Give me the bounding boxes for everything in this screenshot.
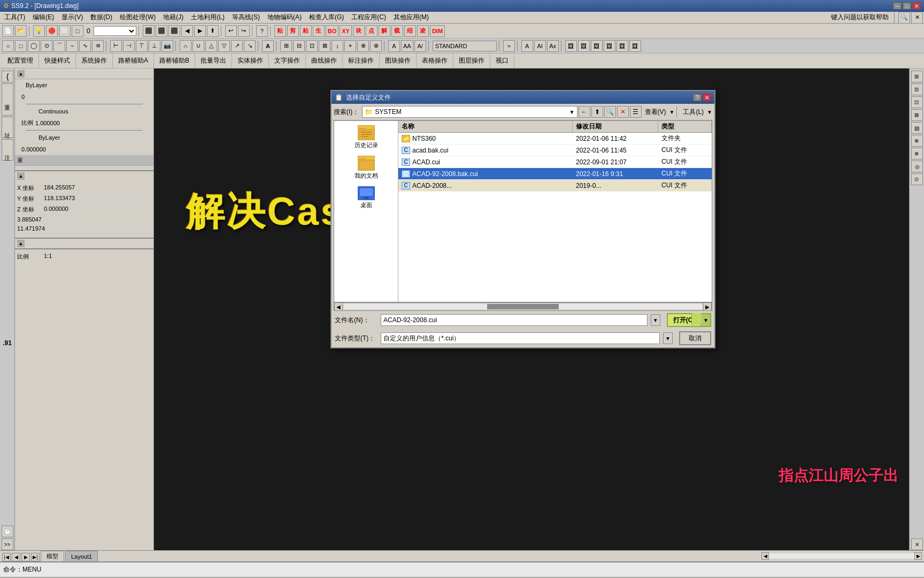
dlg-menu-button[interactable]: ☰ [630, 106, 642, 118]
tb2-11[interactable]: ⊤ [136, 40, 148, 52]
cass-block[interactable]: 图块操作 [380, 54, 417, 68]
tb2-img4[interactable]: 🖼 [604, 40, 615, 52]
file-row-acad-bak[interactable]: Cacad.bak.cui 2022-01-06 11:45 CUI 文件 [398, 144, 712, 156]
tb2-16[interactable]: △ [205, 40, 217, 52]
cass-style[interactable]: 快捷样式 [39, 54, 76, 68]
tb-btn2[interactable]: 🔴 [46, 25, 58, 37]
tb2-A[interactable]: A [262, 40, 274, 52]
tb2-19[interactable]: ↘ [244, 40, 256, 52]
hscroll2-right[interactable]: ▶ [914, 552, 922, 560]
tb2-img2[interactable]: 🖼 [578, 40, 590, 52]
col-date[interactable]: 修改日期 [573, 121, 658, 132]
tb-ch1[interactable]: 粘 [274, 25, 286, 37]
search-button[interactable]: 🔍 [898, 12, 910, 24]
tb2-m8[interactable]: ⊗ [370, 40, 382, 52]
right-btn-5[interactable]: ▤ [911, 122, 923, 134]
tb2-13[interactable]: 📷 [161, 40, 173, 52]
hscroll-track[interactable] [344, 304, 702, 309]
tb-btn9[interactable]: ▶ [194, 25, 206, 37]
tb2-17[interactable]: ▽ [218, 40, 230, 52]
tb-ch4[interactable]: 生 [313, 25, 325, 37]
tb2-9[interactable]: ⊢ [110, 40, 122, 52]
strip-btn-3[interactable]: 注 [2, 139, 13, 161]
right-btn-6[interactable]: ⊕ [911, 135, 923, 147]
tb2-m3[interactable]: ⊡ [306, 40, 318, 52]
close-button[interactable]: ✕ [912, 2, 921, 10]
minimize-button[interactable]: ─ [893, 2, 902, 10]
strip-btn-2[interactable]: 址 [2, 117, 13, 138]
right-btn-8[interactable]: ◎ [911, 161, 923, 172]
menu-item-check[interactable]: 检查入库(G) [306, 12, 347, 23]
tb2-img6[interactable]: 🖼 [629, 40, 641, 52]
cass-layer[interactable]: 图层操作 [453, 54, 490, 68]
strip-btn-1[interactable]: 重 [2, 83, 13, 116]
panel-collapse-btn3[interactable]: ▲ [17, 240, 25, 247]
menu-item-cadastral[interactable]: 地籍(J) [160, 12, 187, 23]
tb-btn6[interactable]: ⬛ [156, 25, 167, 37]
right-btn-1[interactable]: ⊞ [911, 71, 923, 82]
filetype-arrow[interactable]: ▼ [663, 332, 673, 344]
right-btn-7[interactable]: ⊗ [911, 148, 923, 159]
dialog-help-button[interactable]: ? [693, 94, 702, 101]
tb-btn7[interactable]: ⬛ [168, 25, 180, 37]
tb2-A3[interactable]: AA [401, 40, 413, 52]
tb2-2[interactable]: □ [15, 40, 27, 52]
menu-item-edit[interactable]: 编辑(E) [29, 12, 57, 23]
menu-item-view[interactable]: 显示(V) [58, 12, 86, 23]
canvas-area[interactable]: 解决Cass无法双击编辑文字 指点江山周公子出 📋 选择自定义文件 ? ✕ 搜索… [154, 69, 909, 550]
search-combo-arrow[interactable]: ▼ [569, 109, 575, 115]
tb-combo1[interactable] [94, 26, 136, 36]
menu-item-contour[interactable]: 等高线(S) [229, 12, 263, 23]
tb-btn5[interactable]: ⬛ [143, 25, 155, 37]
tb-help[interactable]: ? [256, 25, 268, 37]
right-btn-3[interactable]: ⊡ [911, 96, 923, 108]
tb2-8[interactable]: ≋ [92, 40, 104, 52]
tools-arrow[interactable]: ▼ [707, 109, 712, 115]
tb-btn3[interactable]: ⬜ [59, 25, 71, 37]
cass-annotate[interactable]: 标注操作 [343, 54, 380, 68]
tb2-Ai[interactable]: AI [534, 40, 546, 52]
menu-item-tools[interactable]: 工具(T) [1, 12, 28, 23]
tb2-img1[interactable]: 🖼 [565, 40, 577, 52]
tb-ch6[interactable]: XY [340, 25, 352, 37]
cass-table[interactable]: 表格操作 [417, 54, 453, 68]
tb2-A5[interactable]: A [521, 40, 533, 52]
menu-item-data[interactable]: 数据(D) [87, 12, 116, 23]
tb2-img5[interactable]: 🖼 [617, 40, 628, 52]
menu-item-eng[interactable]: 工程应用(C) [348, 12, 389, 23]
menu-close-button[interactable]: ✕ [911, 12, 923, 24]
tb2-3[interactable]: ◯ [28, 40, 40, 52]
tab-model[interactable]: 模型 [41, 551, 64, 561]
tab-nav-last[interactable]: ▶| [31, 553, 40, 561]
tb2-12[interactable]: ⊥ [149, 40, 160, 52]
tb2-1[interactable]: ○ [2, 40, 14, 52]
tb-ch7[interactable]: 块 [353, 25, 365, 37]
dlg-up-button[interactable]: ⬆ [591, 106, 603, 118]
tb-btn8[interactable]: ◀ [181, 25, 193, 37]
tb-ch2[interactable]: 剪 [287, 25, 299, 37]
tb2-img3[interactable]: 🖼 [591, 40, 603, 52]
menu-item-other[interactable]: 其他应用(M) [390, 12, 432, 23]
tb2-wave[interactable]: ≈ [503, 40, 515, 52]
tb-undo[interactable]: ↩ [225, 25, 237, 37]
tab-nav-next[interactable]: ▶ [21, 553, 30, 561]
right-btn-2[interactable]: ⊟ [911, 83, 923, 95]
tb-ch13[interactable]: DIM [430, 25, 445, 37]
tb2-m1[interactable]: ⊞ [280, 40, 292, 52]
tab-nav-first[interactable]: |◀ [2, 553, 11, 561]
cancel-button[interactable]: 取消 [679, 331, 711, 345]
strip-btn-reset[interactable]: ⟨ [2, 71, 13, 82]
open-button[interactable]: 打开(O) [667, 313, 702, 327]
hscroll2-track[interactable] [769, 553, 914, 559]
tb2-m7[interactable]: ⊕ [357, 40, 369, 52]
menu-item-draw[interactable]: 绘图处理(W) [117, 12, 159, 23]
filename-arrow[interactable]: ▼ [651, 314, 660, 326]
tb2-7[interactable]: ∿ [79, 40, 91, 52]
panel-collapse-btn2[interactable]: ▲ [17, 172, 25, 180]
open-dropdown-button[interactable]: ▼ [702, 313, 711, 327]
cass-config[interactable]: 配置管理 [2, 54, 39, 68]
prop-section-east[interactable]: 束 [15, 155, 153, 166]
tab-nav-prev[interactable]: ◀ [12, 553, 20, 561]
menu-item-landuse[interactable]: 土地利用(L) [188, 12, 228, 23]
view-arrow[interactable]: ▼ [669, 109, 675, 115]
